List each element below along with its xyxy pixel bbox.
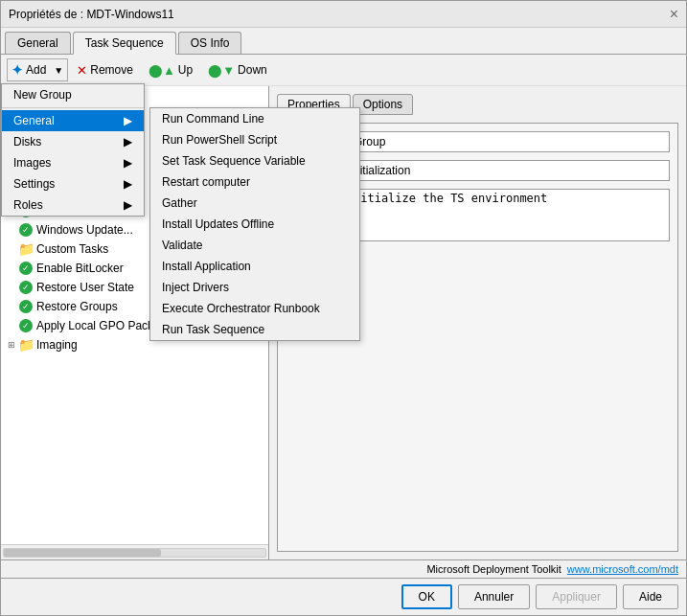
add-button[interactable]: ✦ Add <box>8 59 50 80</box>
status-bar: Microsoft Deployment Toolkit www.microso… <box>1 559 686 578</box>
submenu-arrow-settings: ▶ <box>124 177 132 191</box>
expand-icon <box>5 262 18 275</box>
tab-os-info[interactable]: OS Info <box>178 32 242 54</box>
submenu-item-restart[interactable]: Restart computer <box>150 171 359 193</box>
cancel-button[interactable]: Annuler <box>458 584 530 609</box>
submenu-item-install-app[interactable]: Install Application <box>150 256 359 277</box>
menu-item-images[interactable]: Images ▶ <box>2 152 144 173</box>
expand-icon <box>5 223 18 237</box>
menu-item-new-group[interactable]: New Group <box>2 84 144 105</box>
expand-icon <box>5 319 18 332</box>
folder-icon: 📁 <box>18 337 34 353</box>
title-bar: Propriétés de : MDT-Windows11 × <box>1 1 686 28</box>
submenu-item-install-updates[interactable]: Install Updates Offline <box>150 214 359 235</box>
submenu-arrow-roles: ▶ <box>124 198 132 212</box>
menu-item-settings[interactable]: Settings ▶ <box>2 173 144 194</box>
check-icon: ✓ <box>18 280 34 295</box>
add-dropdown-menu: New Group General ▶ Disks ▶ Images ▶ Set… <box>1 83 145 217</box>
up-button[interactable]: ⬤▲ Up <box>142 59 199 81</box>
submenu-item-gather[interactable]: Gather <box>150 193 359 214</box>
tab-bar: General Task Sequence OS Info <box>1 28 686 55</box>
help-button[interactable]: Aide <box>623 584 678 609</box>
toolkit-label: Microsoft Deployment Toolkit <box>426 563 561 575</box>
desc-textarea[interactable]: nitialize the TS environment <box>349 189 670 241</box>
submenu-arrow-general: ▶ <box>124 114 132 127</box>
submenu-item-inject[interactable]: Inject Drivers <box>150 277 359 298</box>
submenu-item-run-ts[interactable]: Run Task Sequence <box>150 319 359 340</box>
footer-bar: OK Annuler Appliquer Aide <box>1 578 686 615</box>
add-icon: ✦ <box>11 62 23 78</box>
menu-item-roles[interactable]: Roles ▶ <box>2 194 144 216</box>
ok-button[interactable]: OK <box>401 584 452 609</box>
main-window: Propriétés de : MDT-Windows11 × General … <box>0 0 687 616</box>
menu-item-general[interactable]: General ▶ <box>2 110 144 131</box>
expand-icon <box>5 281 18 294</box>
check-icon: ✓ <box>18 318 34 333</box>
expand-icon <box>5 300 18 313</box>
remove-button[interactable]: ✕ Remove <box>70 59 140 81</box>
up-icon: ⬤▲ <box>149 63 175 78</box>
down-icon: ⬤▼ <box>208 63 235 78</box>
submenu-arrow-disks: ▶ <box>124 135 132 148</box>
submenu-item-validate[interactable]: Validate <box>150 235 359 256</box>
submenu-item-run-ps[interactable]: Run PowerShell Script <box>150 129 359 150</box>
tab-options[interactable]: Options <box>353 94 413 115</box>
expand-icon: ⊞ <box>5 338 18 352</box>
type-input[interactable] <box>349 131 670 152</box>
submenu-item-exec-orch[interactable]: Execute Orchestrator Runbook <box>150 298 359 319</box>
general-submenu: Run Command Line Run PowerShell Script S… <box>149 107 360 341</box>
add-arrow-button[interactable]: ▼ <box>50 62 67 79</box>
remove-icon: ✕ <box>77 63 87 78</box>
folder-icon: 📁 <box>18 241 34 257</box>
apply-button[interactable]: Appliquer <box>536 584 617 609</box>
horizontal-scrollbar[interactable] <box>1 544 268 559</box>
submenu-item-run-cmd[interactable]: Run Command Line <box>150 108 359 129</box>
menu-item-disks[interactable]: Disks ▶ <box>2 131 144 152</box>
expand-icon <box>5 242 18 256</box>
check-icon: ✓ <box>18 261 34 276</box>
check-icon: ✓ <box>18 299 34 314</box>
tab-task-sequence[interactable]: Task Sequence <box>73 32 176 55</box>
mdt-link[interactable]: www.microsoft.com/mdt <box>567 563 678 575</box>
submenu-item-set-var[interactable]: Set Task Sequence Variable <box>150 150 359 171</box>
tab-general[interactable]: General <box>5 32 71 54</box>
window-title: Propriétés de : MDT-Windows11 <box>9 8 174 21</box>
submenu-arrow-images: ▶ <box>124 156 132 170</box>
check-icon: ✓ <box>18 222 34 238</box>
down-button[interactable]: ⬤▼ Down <box>201 59 274 81</box>
name-input[interactable] <box>349 160 670 181</box>
close-button[interactable]: × <box>670 7 678 22</box>
toolbar: ✦ Add ▼ ✕ Remove ⬤▲ Up ⬤▼ Down New Group <box>1 55 686 86</box>
